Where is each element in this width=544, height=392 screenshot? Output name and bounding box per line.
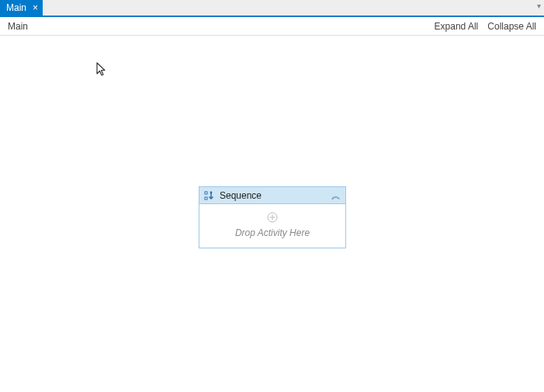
toolbar: Main Expand All Collapse All [0, 17, 544, 36]
sequence-activity[interactable]: Sequence ︽ Drop Activity Here [199, 186, 346, 248]
close-icon[interactable]: × [31, 3, 40, 12]
activity-body[interactable]: Drop Activity Here [199, 204, 345, 248]
add-activity-icon[interactable] [265, 210, 279, 224]
tab-dropdown-icon[interactable]: ▾ [537, 2, 541, 10]
drop-hint-text: Drop Activity Here [235, 227, 310, 238]
tab-main[interactable]: Main × [0, 0, 43, 16]
cursor-icon [96, 62, 109, 80]
designer-canvas[interactable]: Sequence ︽ Drop Activity Here [0, 36, 544, 392]
expand-all-button[interactable]: Expand All [435, 21, 479, 32]
breadcrumb[interactable]: Main [8, 21, 28, 32]
tab-label: Main [6, 2, 26, 13]
activity-title: Sequence [220, 190, 327, 201]
activity-header[interactable]: Sequence ︽ [199, 187, 345, 204]
sequence-icon [204, 190, 215, 201]
collapse-all-button[interactable]: Collapse All [487, 21, 536, 32]
svg-rect-0 [205, 192, 207, 194]
svg-rect-1 [205, 197, 207, 199]
svg-point-2 [210, 191, 213, 193]
collapse-icon[interactable]: ︽ [331, 191, 341, 200]
tab-bar: Main × ▾ [0, 0, 544, 17]
